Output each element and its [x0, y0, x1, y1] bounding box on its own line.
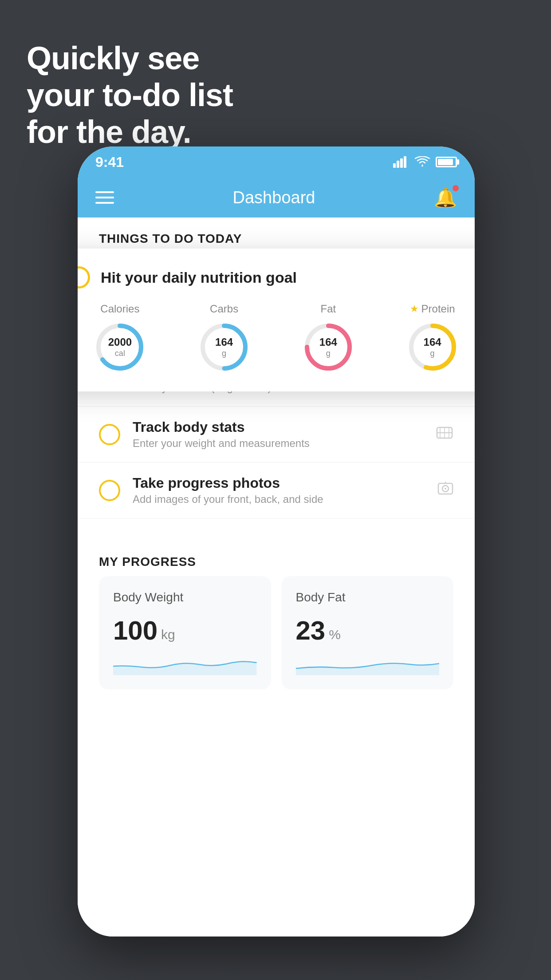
task-progress-photos-name: Take progress photos — [133, 475, 425, 491]
card-check-circle — [78, 266, 90, 288]
carbs-donut: 164 g — [197, 320, 251, 374]
nutrition-carbs: Carbs 164 g — [197, 303, 251, 374]
things-to-do-label: THINGS TO DO TODAY — [78, 217, 475, 253]
task-body-stats-text: Track body stats Enter your weight and m… — [133, 419, 423, 450]
signal-icon — [393, 156, 409, 168]
protein-donut: 164 g — [406, 320, 459, 374]
body-weight-card[interactable]: Body Weight 100 kg — [99, 576, 271, 689]
app-content: THINGS TO DO TODAY Hit your daily nutrit… — [78, 217, 475, 937]
protein-label: ★ Protein — [410, 303, 455, 315]
wifi-icon — [414, 156, 430, 168]
task-body-stats-icon — [436, 425, 453, 444]
status-bar: 9:41 — [78, 146, 475, 178]
body-weight-unit: kg — [161, 627, 175, 642]
body-fat-label: Body Fat — [296, 590, 440, 605]
calories-donut: 2000 cal — [93, 320, 146, 374]
nutrition-fat: Fat 164 g — [302, 303, 355, 374]
nutrition-card[interactable]: Hit your daily nutrition goal Calories 2… — [78, 249, 475, 391]
phone-frame: 9:41 — [78, 146, 475, 937]
task-body-stats-circle — [99, 424, 120, 445]
fat-donut: 164 g — [302, 320, 355, 374]
header-title: Dashboard — [233, 188, 315, 207]
body-weight-label: Body Weight — [113, 590, 257, 605]
nutrition-calories: Calories 2000 cal — [93, 303, 146, 374]
card-header: Hit your daily nutrition goal — [78, 266, 475, 288]
app-header: Dashboard 🔔 — [78, 178, 475, 217]
task-progress-photos-circle — [99, 480, 120, 501]
body-fat-unit: % — [329, 627, 341, 642]
body-fat-value: 23 % — [296, 615, 440, 646]
protein-star-icon: ★ — [410, 303, 419, 315]
notification-bell-icon[interactable]: 🔔 — [434, 187, 457, 209]
body-fat-card[interactable]: Body Fat 23 % — [282, 576, 454, 689]
calories-label: Calories — [100, 303, 139, 315]
fat-label: Fat — [321, 303, 336, 315]
task-progress-photos-icon — [437, 481, 453, 500]
battery-icon — [436, 157, 457, 167]
notification-dot — [453, 185, 459, 191]
carbs-label: Carbs — [210, 303, 238, 315]
headline: Quickly see your to-do list for the day. — [27, 40, 233, 150]
hamburger-menu-icon[interactable] — [95, 191, 114, 204]
task-body-stats-desc: Enter your weight and measurements — [133, 437, 423, 450]
progress-cards: Body Weight 100 kg Body Fat — [78, 576, 475, 689]
task-progress-photos[interactable]: Take progress photos Add images of your … — [78, 462, 475, 518]
body-fat-chart — [296, 653, 440, 675]
svg-point-19 — [445, 488, 446, 490]
task-progress-photos-desc: Add images of your front, back, and side — [133, 493, 425, 506]
svg-rect-3 — [404, 156, 406, 168]
body-weight-value: 100 kg — [113, 615, 257, 646]
nutrition-protein: ★ Protein 164 g — [406, 303, 459, 374]
task-body-stats-name: Track body stats — [133, 419, 423, 435]
my-progress-label: MY PROGRESS — [78, 541, 475, 576]
card-title: Hit your daily nutrition goal — [101, 269, 297, 286]
svg-rect-2 — [400, 158, 403, 168]
task-progress-photos-text: Take progress photos Add images of your … — [133, 475, 425, 506]
nutrition-row: Calories 2000 cal Carbs — [78, 303, 475, 374]
task-body-stats[interactable]: Track body stats Enter your weight and m… — [78, 407, 475, 462]
progress-section: MY PROGRESS Body Weight 100 kg — [78, 518, 475, 689]
status-time: 9:41 — [95, 154, 124, 170]
status-icons — [393, 156, 457, 168]
svg-rect-1 — [397, 161, 399, 168]
body-weight-chart — [113, 653, 257, 675]
svg-rect-0 — [393, 163, 396, 168]
